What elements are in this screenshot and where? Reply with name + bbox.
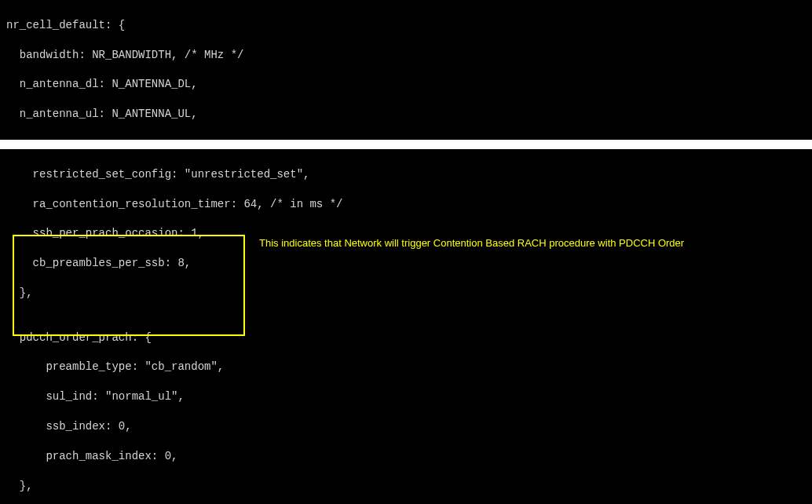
- code-section-middle: restricted_set_config: "unrestricted_set…: [0, 149, 812, 504]
- code-line: restricted_set_config: "unrestricted_set…: [0, 167, 812, 182]
- code-line: bandwidth: NR_BANDWIDTH, /* MHz */: [0, 48, 812, 63]
- code-line: preamble_type: "cb_random",: [0, 360, 812, 374]
- code-line: ra_contention_resolution_timer: 64, /* i…: [0, 197, 812, 212]
- code-line: n_antenna_dl: N_ANTENNA_DL,: [0, 77, 812, 92]
- section-divider: [0, 140, 812, 149]
- code-line: },: [0, 479, 812, 494]
- highlight-pdcch-order-prach: [13, 235, 245, 336]
- code-line: prach_mask_index: 0,: [0, 449, 812, 464]
- code-section-top: nr_cell_default: { bandwidth: NR_BANDWID…: [0, 0, 812, 140]
- code-line: nr_cell_default: {: [0, 18, 812, 33]
- code-line: n_antenna_ul: N_ANTENNA_UL,: [0, 107, 812, 122]
- code-line: ssb_index: 0,: [0, 419, 812, 434]
- annotation-pdcch-order: This indicates that Network will trigger…: [259, 237, 801, 250]
- code-line: sul_ind: "normal_ul",: [0, 389, 812, 404]
